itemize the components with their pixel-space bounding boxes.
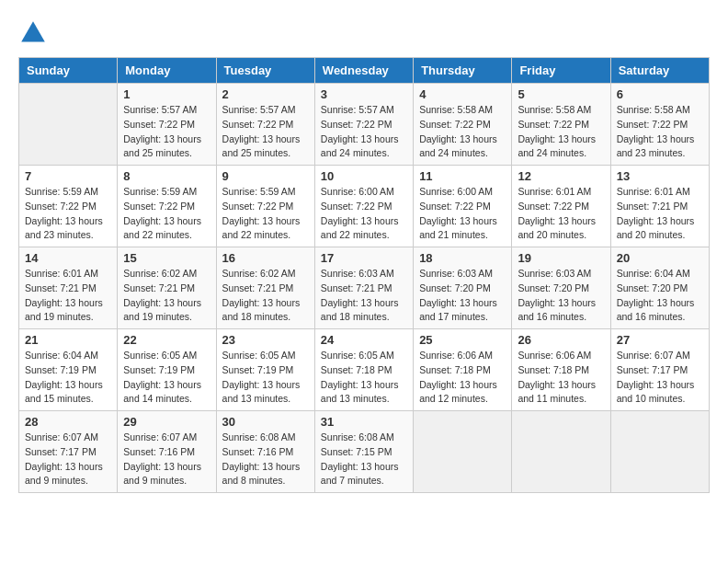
day-info: Sunrise: 6:02 AMSunset: 7:21 PMDaylight:…: [123, 267, 210, 325]
day-number: 12: [518, 169, 604, 183]
calendar-day-cell: 18Sunrise: 6:03 AMSunset: 7:20 PMDayligh…: [414, 247, 512, 329]
day-number: 25: [419, 333, 506, 347]
day-info: Sunrise: 6:07 AMSunset: 7:17 PMDaylight:…: [617, 349, 703, 407]
calendar-table: SundayMondayTuesdayWednesdayThursdayFrid…: [18, 57, 710, 493]
day-info: Sunrise: 6:04 AMSunset: 7:19 PMDaylight:…: [25, 349, 111, 407]
day-number: 20: [617, 251, 703, 265]
calendar-day-cell: 14Sunrise: 6:01 AMSunset: 7:21 PMDayligh…: [19, 247, 118, 329]
day-info: Sunrise: 6:01 AMSunset: 7:21 PMDaylight:…: [25, 267, 111, 325]
day-number: 21: [25, 333, 111, 347]
calendar-body: 1Sunrise: 5:57 AMSunset: 7:22 PMDaylight…: [19, 84, 710, 493]
calendar-day-cell: 22Sunrise: 6:05 AMSunset: 7:19 PMDayligh…: [118, 329, 216, 411]
day-info: Sunrise: 5:58 AMSunset: 7:22 PMDaylight:…: [617, 103, 703, 161]
day-number: 23: [222, 333, 309, 347]
calendar-week-row: 14Sunrise: 6:01 AMSunset: 7:21 PMDayligh…: [19, 247, 710, 329]
day-info: Sunrise: 6:05 AMSunset: 7:19 PMDaylight:…: [123, 349, 210, 407]
calendar-day-cell: 15Sunrise: 6:02 AMSunset: 7:21 PMDayligh…: [118, 247, 216, 329]
day-info: Sunrise: 5:57 AMSunset: 7:22 PMDaylight:…: [321, 103, 407, 161]
weekday-header-saturday: Saturday: [610, 58, 709, 84]
day-info: Sunrise: 6:08 AMSunset: 7:16 PMDaylight:…: [222, 431, 309, 488]
day-info: Sunrise: 5:59 AMSunset: 7:22 PMDaylight:…: [123, 185, 210, 243]
day-number: 5: [518, 87, 604, 101]
calendar-day-cell: 19Sunrise: 6:03 AMSunset: 7:20 PMDayligh…: [512, 247, 610, 329]
day-number: 19: [518, 251, 604, 265]
day-number: 22: [123, 333, 210, 347]
day-info: Sunrise: 6:02 AMSunset: 7:21 PMDaylight:…: [222, 267, 309, 325]
calendar-day-cell: 25Sunrise: 6:06 AMSunset: 7:18 PMDayligh…: [414, 329, 512, 411]
day-info: Sunrise: 5:59 AMSunset: 7:22 PMDaylight:…: [222, 185, 309, 243]
day-info: Sunrise: 6:06 AMSunset: 7:18 PMDaylight:…: [419, 349, 506, 407]
day-info: Sunrise: 5:57 AMSunset: 7:22 PMDaylight:…: [222, 103, 309, 161]
day-info: Sunrise: 5:57 AMSunset: 7:22 PMDaylight:…: [123, 103, 210, 161]
calendar-day-cell: 9Sunrise: 5:59 AMSunset: 7:22 PMDaylight…: [216, 166, 314, 247]
calendar-day-cell: [414, 411, 512, 493]
day-info: Sunrise: 6:06 AMSunset: 7:18 PMDaylight:…: [518, 349, 604, 407]
day-number: 17: [321, 251, 407, 265]
day-number: 3: [321, 87, 407, 101]
calendar-day-cell: 20Sunrise: 6:04 AMSunset: 7:20 PMDayligh…: [610, 247, 709, 329]
calendar-day-cell: 10Sunrise: 6:00 AMSunset: 7:22 PMDayligh…: [314, 166, 413, 247]
day-number: 9: [222, 169, 309, 183]
calendar-day-cell: 8Sunrise: 5:59 AMSunset: 7:22 PMDaylight…: [118, 166, 216, 247]
day-number: 4: [419, 87, 506, 101]
day-number: 18: [419, 251, 506, 265]
calendar-day-cell: 26Sunrise: 6:06 AMSunset: 7:18 PMDayligh…: [512, 329, 610, 411]
calendar-day-cell: 30Sunrise: 6:08 AMSunset: 7:16 PMDayligh…: [216, 411, 314, 493]
day-info: Sunrise: 6:03 AMSunset: 7:20 PMDaylight:…: [518, 267, 604, 325]
day-info: Sunrise: 6:08 AMSunset: 7:15 PMDaylight:…: [321, 431, 407, 488]
day-number: 30: [222, 415, 309, 429]
day-info: Sunrise: 6:04 AMSunset: 7:20 PMDaylight:…: [617, 267, 703, 325]
calendar-week-row: 28Sunrise: 6:07 AMSunset: 7:17 PMDayligh…: [19, 411, 710, 493]
calendar-day-cell: 3Sunrise: 5:57 AMSunset: 7:22 PMDaylight…: [314, 84, 413, 166]
calendar-day-cell: 23Sunrise: 6:05 AMSunset: 7:19 PMDayligh…: [216, 329, 314, 411]
svg-marker-0: [21, 21, 45, 41]
day-number: 16: [222, 251, 309, 265]
calendar-day-cell: 17Sunrise: 6:03 AMSunset: 7:21 PMDayligh…: [314, 247, 413, 329]
day-number: 29: [123, 415, 210, 429]
day-info: Sunrise: 6:07 AMSunset: 7:17 PMDaylight:…: [25, 431, 111, 488]
weekday-header-monday: Monday: [118, 58, 216, 84]
calendar-day-cell: [512, 411, 610, 493]
day-info: Sunrise: 5:58 AMSunset: 7:22 PMDaylight:…: [419, 103, 506, 161]
calendar-day-cell: 2Sunrise: 5:57 AMSunset: 7:22 PMDaylight…: [216, 84, 314, 166]
calendar-week-row: 21Sunrise: 6:04 AMSunset: 7:19 PMDayligh…: [19, 329, 710, 411]
day-info: Sunrise: 6:07 AMSunset: 7:16 PMDaylight:…: [123, 431, 210, 488]
calendar-header: SundayMondayTuesdayWednesdayThursdayFrid…: [19, 58, 710, 84]
day-number: 14: [25, 251, 111, 265]
day-info: Sunrise: 6:00 AMSunset: 7:22 PMDaylight:…: [419, 185, 506, 243]
calendar-day-cell: 4Sunrise: 5:58 AMSunset: 7:22 PMDaylight…: [414, 84, 512, 166]
logo: [18, 18, 51, 48]
calendar-day-cell: 5Sunrise: 5:58 AMSunset: 7:22 PMDaylight…: [512, 84, 610, 166]
day-info: Sunrise: 6:01 AMSunset: 7:22 PMDaylight:…: [518, 185, 604, 243]
calendar-day-cell: 16Sunrise: 6:02 AMSunset: 7:21 PMDayligh…: [216, 247, 314, 329]
calendar-week-row: 1Sunrise: 5:57 AMSunset: 7:22 PMDaylight…: [19, 84, 710, 166]
calendar-day-cell: [610, 411, 709, 493]
calendar-day-cell: 31Sunrise: 6:08 AMSunset: 7:15 PMDayligh…: [314, 411, 413, 493]
day-number: 10: [321, 169, 407, 183]
page-header: [18, 18, 710, 48]
weekday-row: SundayMondayTuesdayWednesdayThursdayFrid…: [19, 58, 710, 84]
day-number: 13: [617, 169, 703, 183]
day-info: Sunrise: 6:03 AMSunset: 7:20 PMDaylight:…: [419, 267, 506, 325]
calendar-day-cell: 7Sunrise: 5:59 AMSunset: 7:22 PMDaylight…: [19, 166, 118, 247]
day-info: Sunrise: 6:05 AMSunset: 7:18 PMDaylight:…: [321, 349, 407, 407]
day-number: 28: [25, 415, 111, 429]
calendar-day-cell: 29Sunrise: 6:07 AMSunset: 7:16 PMDayligh…: [118, 411, 216, 493]
day-number: 15: [123, 251, 210, 265]
calendar-day-cell: 11Sunrise: 6:00 AMSunset: 7:22 PMDayligh…: [414, 166, 512, 247]
weekday-header-friday: Friday: [512, 58, 610, 84]
calendar-day-cell: 27Sunrise: 6:07 AMSunset: 7:17 PMDayligh…: [610, 329, 709, 411]
calendar-day-cell: 28Sunrise: 6:07 AMSunset: 7:17 PMDayligh…: [19, 411, 118, 493]
day-number: 6: [617, 87, 703, 101]
day-info: Sunrise: 5:58 AMSunset: 7:22 PMDaylight:…: [518, 103, 604, 161]
day-number: 8: [123, 169, 210, 183]
day-info: Sunrise: 5:59 AMSunset: 7:22 PMDaylight:…: [25, 185, 111, 243]
day-number: 27: [617, 333, 703, 347]
day-info: Sunrise: 6:01 AMSunset: 7:21 PMDaylight:…: [617, 185, 703, 243]
day-number: 31: [321, 415, 407, 429]
calendar-day-cell: 12Sunrise: 6:01 AMSunset: 7:22 PMDayligh…: [512, 166, 610, 247]
calendar-day-cell: 1Sunrise: 5:57 AMSunset: 7:22 PMDaylight…: [118, 84, 216, 166]
weekday-header-thursday: Thursday: [414, 58, 512, 84]
calendar-day-cell: [19, 84, 118, 166]
day-info: Sunrise: 6:03 AMSunset: 7:21 PMDaylight:…: [321, 267, 407, 325]
